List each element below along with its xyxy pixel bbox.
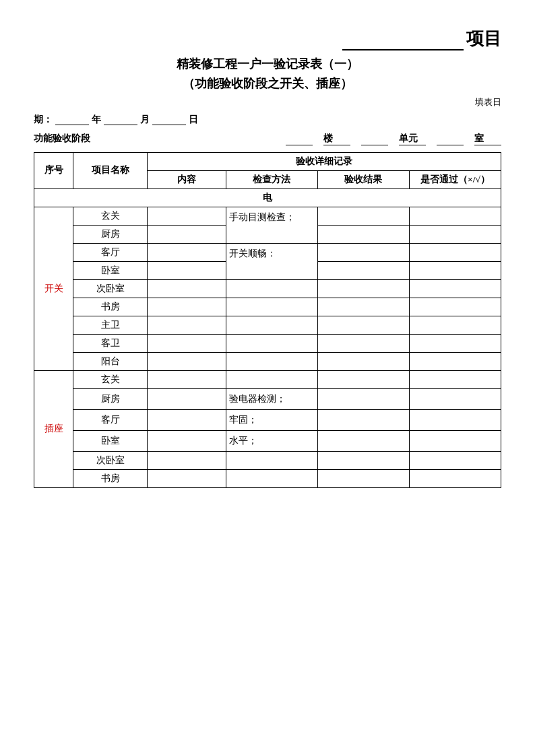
unit-field: [361, 133, 388, 145]
unit-label: 单元: [399, 133, 426, 145]
chazuo-sub-row-6-pass: [409, 469, 501, 487]
th-result: 验收结果: [317, 170, 409, 188]
kaiguan-sub-row-7-name: 主卫: [73, 316, 148, 334]
kaiguan-sub-row-5-name: 次卧室: [73, 279, 148, 298]
kaiguan-sub-row-6-content: [148, 298, 226, 316]
fill-date-label: 填表日: [34, 96, 501, 108]
table-row: 阳台: [34, 352, 501, 370]
table-row: 客卫: [34, 334, 501, 352]
table-row: 客厅 开关顺畅：: [34, 243, 501, 261]
table-row: 书房: [34, 469, 501, 487]
room-field: [437, 133, 464, 145]
chazuo-sub-row-6-content: [148, 469, 226, 487]
kaiguan-sub-row-8-content: [148, 334, 226, 352]
chazuo-sub-row-3-result: [317, 409, 409, 430]
chazuo-sub-row-4-result: [317, 430, 409, 451]
kaiguan-sub-row-9-name: 阳台: [73, 352, 148, 370]
main-title-line1: 精装修工程一户一验记录表（一）: [34, 55, 501, 74]
project-title-line: 项目: [34, 27, 501, 50]
table-row: 次卧室: [34, 451, 501, 469]
kaiguan-label-cell: 开关: [34, 207, 73, 370]
chazuo-sub-row-3-content: [148, 409, 226, 430]
table-row: 次卧室: [34, 279, 501, 298]
kaiguan-sub-row-5-content: [148, 279, 226, 298]
kaiguan-sub-row-5-pass: [409, 279, 501, 298]
kaiguan-sub-row-8-result: [317, 334, 409, 352]
chazuo-method-2: 牢固；: [226, 409, 317, 430]
chazuo-sub-row-2-content: [148, 388, 226, 409]
th-detail: 验收详细记录: [148, 152, 501, 170]
day-label: 日: [189, 114, 198, 126]
kaiguan-sub-row-5-method: [226, 279, 317, 298]
kaiguan-sub-row-6-pass: [409, 298, 501, 316]
table-row: 书房: [34, 298, 501, 316]
kaiguan-sub-row-2-name: 厨房: [73, 225, 148, 243]
kaiguan-method-2: 开关顺畅：: [226, 243, 317, 279]
date-line: 期： 年 月 日: [34, 114, 501, 126]
chazuo-sub-row-2-pass: [409, 388, 501, 409]
year-field: [55, 114, 89, 125]
section-elec-cell: 电: [34, 188, 501, 207]
project-title: 项目: [466, 27, 501, 50]
chazuo-sub-row-4-name: 卧室: [73, 430, 148, 451]
chazuo-sub-row-5-name: 次卧室: [73, 451, 148, 469]
chazuo-sub-row-1-result: [317, 370, 409, 388]
th-seq: 序号: [34, 152, 73, 188]
kaiguan-sub-row-9-pass: [409, 352, 501, 370]
chazuo-method-1: 验电器检测；: [226, 388, 317, 409]
floor-unit-room: 楼 单元 室: [286, 133, 501, 145]
day-field: [152, 114, 186, 125]
kaiguan-sub-row-3-pass: [409, 243, 501, 261]
kaiguan-sub-row-4-result: [317, 261, 409, 279]
chazuo-sub-row-2-result: [317, 388, 409, 409]
kaiguan-sub-row-3-content: [148, 243, 226, 261]
kaiguan-sub-row-9-result: [317, 352, 409, 370]
chazuo-sub-row-4-content: [148, 430, 226, 451]
kaiguan-sub-row-3-result: [317, 243, 409, 261]
chazuo-sub-row-1-method: [226, 370, 317, 388]
kaiguan-sub-row-4-name: 卧室: [73, 261, 148, 279]
kaiguan-sub-row-6-result: [317, 298, 409, 316]
th-method: 检查方法: [226, 170, 317, 188]
info-line: 功能验收阶段 楼 单元 室: [34, 133, 501, 145]
month-field: [104, 114, 137, 125]
table-row: 插座 玄关: [34, 370, 501, 388]
kaiguan-sub-row-7-content: [148, 316, 226, 334]
month-label: 月: [140, 114, 150, 126]
chazuo-sub-row-2-name: 厨房: [73, 388, 148, 409]
main-title-line2: （功能验收阶段之开关、插座）: [34, 74, 501, 94]
section-elec-row: 电: [34, 188, 501, 207]
kaiguan-sub-row-2-result: [317, 225, 409, 243]
chazuo-label-cell: 插座: [34, 370, 73, 487]
kaiguan-sub-row-4-content: [148, 261, 226, 279]
main-table: 序号 项目名称 验收详细记录 内容 检查方法 验收结果 是否通过（×/√） 电 …: [34, 152, 501, 488]
kaiguan-sub-row-8-method: [226, 334, 317, 352]
room-label: 室: [474, 133, 501, 145]
chazuo-sub-row-5-content: [148, 451, 226, 469]
chazuo-sub-row-3-name: 客厅: [73, 409, 148, 430]
kaiguan-sub-row-7-result: [317, 316, 409, 334]
kaiguan-sub-row-3-name: 客厅: [73, 243, 148, 261]
kaiguan-sub-row-5-result: [317, 279, 409, 298]
table-row: 厨房 验电器检测；: [34, 388, 501, 409]
kaiguan-sub-row-1-pass: [409, 207, 501, 225]
th-name: 项目名称: [73, 152, 148, 188]
th-pass: 是否通过（×/√）: [409, 170, 501, 188]
table-row: 主卫: [34, 316, 501, 334]
kaiguan-sub-row-1-content: [148, 207, 226, 225]
floor-label: 楼: [323, 133, 350, 145]
chazuo-sub-row-5-pass: [409, 451, 501, 469]
chazuo-sub-row-1-pass: [409, 370, 501, 388]
kaiguan-sub-row-7-method: [226, 316, 317, 334]
project-name-underline: [342, 49, 464, 50]
date-prefix-label: 期：: [34, 114, 53, 126]
kaiguan-sub-row-4-pass: [409, 261, 501, 279]
chazuo-sub-row-5-result: [317, 451, 409, 469]
table-row: 客厅 牢固；: [34, 409, 501, 430]
kaiguan-sub-row-1-result: [317, 207, 409, 225]
kaiguan-sub-row-8-pass: [409, 334, 501, 352]
chazuo-method-3: 水平；: [226, 430, 317, 451]
floor-field: [286, 133, 313, 145]
chazuo-sub-row-1-name: 玄关: [73, 370, 148, 388]
kaiguan-sub-row-8-name: 客卫: [73, 334, 148, 352]
